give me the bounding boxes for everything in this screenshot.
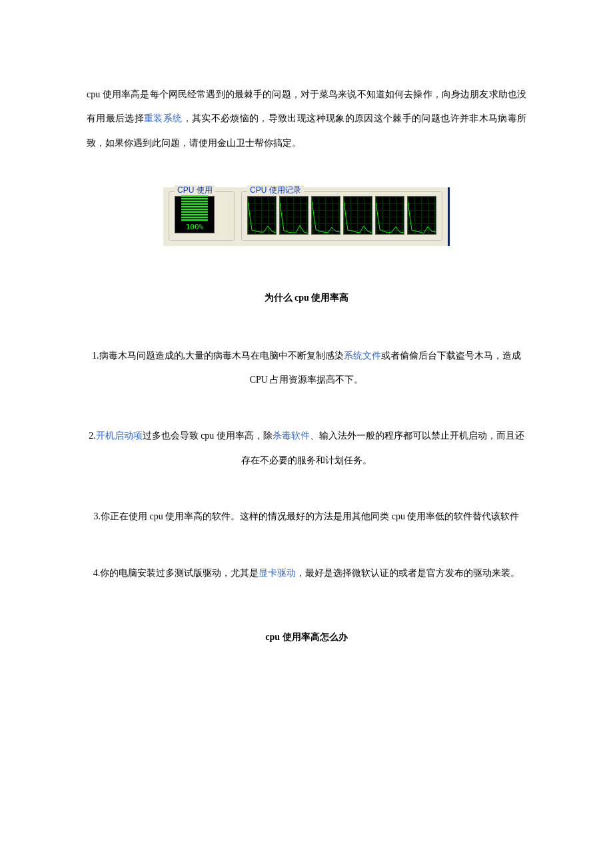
heading-why-cpu-high: 为什么 cpu 使用率高: [87, 286, 526, 310]
reason-2-text-b: 过多也会导致 cpu 使用率高，除: [143, 431, 273, 441]
cpu-history-core1: [247, 196, 277, 235]
link-gpu-driver[interactable]: 显卡驱动: [259, 568, 296, 578]
link-system-files[interactable]: 系统文件: [344, 351, 381, 361]
reason-4: 4.你的电脑安装过多测试版驱动，尤其是显卡驱动，最好是选择微软认证的或者是官方发…: [87, 561, 526, 585]
taskmanager-screenshot: CPU 使用 100% CPU 使用记录: [163, 187, 450, 246]
reason-1: 1.病毒木马问题造成的,大量的病毒木马在电脑中不断复制感染系统文件或者偷偷后台下…: [87, 344, 526, 393]
cpu-history-row: [247, 196, 436, 235]
link-antivirus-software[interactable]: 杀毒软件: [273, 431, 310, 441]
cpu-history-core4: [343, 196, 372, 235]
cpu-history-label: CPU 使用记录: [247, 185, 304, 195]
intro-paragraph: cpu 使用率高是每个网民经常遇到的最棘手的问题，对于菜鸟来说不知道如何去操作，…: [87, 83, 526, 155]
reason-4-text-a: 4.你的电脑安装过多测试版驱动，尤其是: [93, 568, 259, 578]
cpu-usage-meter: 100%: [175, 196, 215, 233]
cpu-history-core2: [279, 196, 308, 235]
cpu-percent-value: 100%: [186, 223, 204, 231]
cpu-history-fieldset: CPU 使用记录: [241, 191, 442, 241]
reason-1-text-a: 1.病毒木马问题造成的,大量的病毒木马在电脑中不断复制感染: [92, 351, 344, 361]
cpu-history-core3: [311, 196, 340, 235]
reason-2-text-a: 2.: [89, 431, 96, 441]
cpu-usage-bars: [181, 195, 208, 221]
reason-2: 2.开机启动项过多也会导致 cpu 使用率高，除杀毒软件、输入法外一般的程序都可…: [87, 424, 526, 473]
heading-what-to-do: cpu 使用率高怎么办: [87, 625, 526, 649]
cpu-usage-fieldset: CPU 使用 100%: [169, 191, 235, 241]
cpu-usage-label: CPU 使用: [175, 185, 215, 195]
link-startup-items[interactable]: 开机启动项: [96, 431, 143, 441]
reason-4-text-b: ，最好是选择微软认证的或者是官方发布的驱动来装。: [296, 568, 520, 578]
cpu-history-core5: [375, 196, 404, 235]
cpu-history-core6: [407, 196, 436, 235]
link-reinstall-system[interactable]: 重装系统: [144, 113, 182, 123]
reason-3: 3.你正在使用 cpu 使用率高的软件。这样的情况最好的方法是用其他同类 cpu…: [87, 505, 526, 529]
taskmanager-panel: CPU 使用 100% CPU 使用记录: [163, 187, 450, 246]
